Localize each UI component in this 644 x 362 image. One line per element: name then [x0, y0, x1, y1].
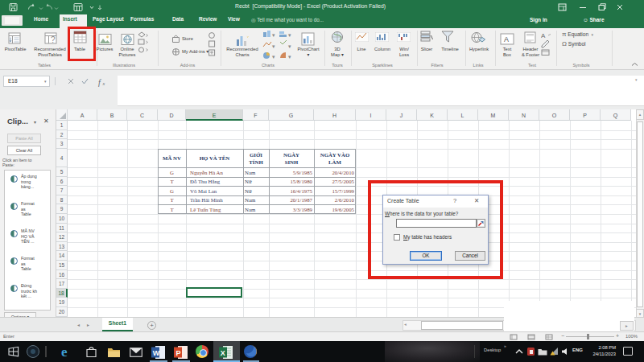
svg-text:▾: ▾: [272, 32, 275, 38]
svg-text:x: x: [102, 81, 105, 86]
svg-text:▾: ▾: [272, 43, 275, 49]
svg-text:?: ?: [51, 35, 56, 44]
svg-text:▾: ▾: [288, 43, 291, 49]
svg-text:P: P: [176, 349, 181, 357]
svg-text:A: A: [541, 32, 546, 39]
svg-text:▾: ▾: [288, 54, 291, 60]
svg-text:W: W: [153, 349, 160, 357]
svg-text:▾: ▾: [272, 54, 275, 60]
svg-text:f: f: [98, 78, 101, 87]
svg-text:X: X: [221, 349, 225, 357]
svg-text:A: A: [504, 35, 509, 43]
svg-text:▾: ▾: [288, 32, 291, 38]
